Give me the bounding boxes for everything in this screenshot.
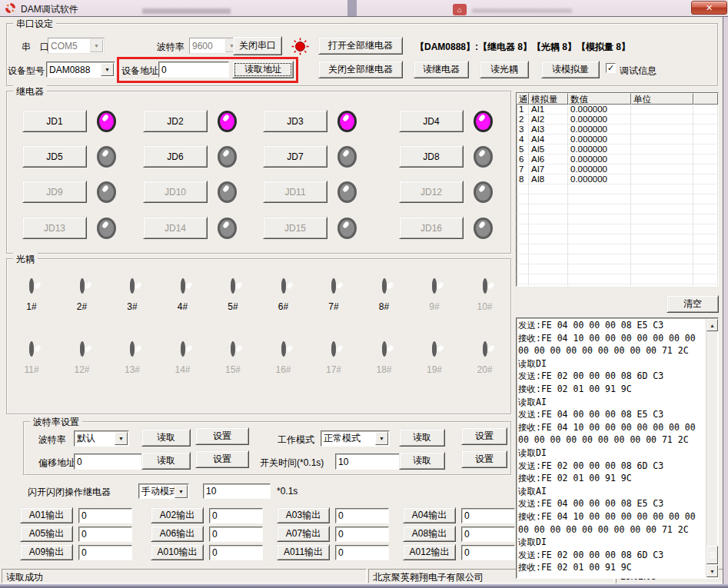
relay-button-jd5[interactable]: JD5 xyxy=(22,145,87,168)
output-cell: A06输出 xyxy=(151,526,263,542)
output-button-A08[interactable]: A08输出 xyxy=(403,526,456,542)
table-row[interactable] xyxy=(517,184,718,194)
output-button-A01[interactable]: A01输出 xyxy=(20,507,73,523)
opto-led-18 xyxy=(382,341,387,357)
table-cell: AI2 xyxy=(529,115,568,125)
switch-time-read-button[interactable]: 读取 xyxy=(399,452,445,470)
output-button-A012[interactable]: A012输出 xyxy=(403,544,456,560)
output-input-A06[interactable] xyxy=(209,527,263,542)
opto-label: 19# xyxy=(414,364,454,375)
output-cell: A09输出 xyxy=(20,544,132,560)
work-mode-select[interactable]: 正常模式 ▼ xyxy=(321,430,390,447)
port-select[interactable]: COM5 ▼ xyxy=(48,38,105,54)
table-cell: 1 xyxy=(517,105,529,115)
close-button[interactable]: ✕ xyxy=(691,1,727,15)
table-row[interactable]: 8AI80.000000 xyxy=(517,174,718,184)
open-all-relays-button[interactable]: 打开全部继电器 xyxy=(318,37,403,55)
close-port-button[interactable]: 关闭串口 xyxy=(233,36,282,55)
scroll-down-icon[interactable]: ▼ xyxy=(706,565,718,577)
table-cell xyxy=(631,194,693,204)
output-button-A05[interactable]: A05输出 xyxy=(20,526,73,542)
relay-button-jd4[interactable]: JD4 xyxy=(399,110,464,132)
switch-time-set-button[interactable]: 设置 xyxy=(461,450,507,468)
table-row[interactable]: 2AI20.000000 xyxy=(517,115,718,125)
table-row[interactable]: 7AI70.000000 xyxy=(517,164,718,174)
table-row[interactable] xyxy=(517,194,718,204)
output-input-A08[interactable] xyxy=(461,527,515,542)
work-mode-set-button[interactable]: 设置 xyxy=(461,427,507,445)
app-window: DAM调试软件 ⌂ ✕ 串口设定 串 口 COM5 ▼ 波特率 9600 ▼ 关… xyxy=(0,0,728,588)
table-row[interactable] xyxy=(517,204,718,214)
comm-log-box[interactable]: 发送:FE 04 00 00 00 08 E5 C3 接收:FE 04 10 0… xyxy=(516,317,719,579)
close-all-relays-button[interactable]: 关闭全部继电器 xyxy=(318,61,403,78)
clear-log-button[interactable]: 清空 xyxy=(667,295,719,313)
debug-info-checkbox[interactable]: ✓ xyxy=(606,63,616,73)
relay-button-jd8[interactable]: JD8 xyxy=(399,145,464,168)
baud-read-button[interactable]: 读取 xyxy=(141,429,191,447)
table-row[interactable] xyxy=(517,214,718,224)
output-input-A03[interactable] xyxy=(335,508,389,523)
relay-button-jd2[interactable]: JD2 xyxy=(143,110,208,132)
table-row[interactable]: 6AI60.000000 xyxy=(517,154,718,164)
scrollbar-thumb[interactable] xyxy=(706,546,718,564)
table-row[interactable] xyxy=(517,244,718,254)
table-cell xyxy=(631,274,693,284)
output-button-A07[interactable]: A07输出 xyxy=(277,526,330,542)
output-button-A03[interactable]: A03输出 xyxy=(277,507,330,523)
read-analog-button[interactable]: 读模拟量 xyxy=(541,61,600,78)
output-button-A06[interactable]: A06输出 xyxy=(151,526,204,542)
output-input-A01[interactable] xyxy=(78,508,132,523)
output-button-A09[interactable]: A09输出 xyxy=(20,544,73,560)
device-model-select[interactable]: DAM0888 ▼ xyxy=(46,61,115,78)
relay-button-jd6[interactable]: JD6 xyxy=(143,145,208,168)
table-row[interactable] xyxy=(517,284,718,287)
table-row[interactable] xyxy=(517,274,718,284)
relay-button-jd1[interactable]: JD1 xyxy=(22,110,87,132)
table-row[interactable]: 5AI50.000000 xyxy=(517,145,718,154)
offset-set-button[interactable]: 设置 xyxy=(195,450,249,468)
table-row[interactable]: 1AI10.000000 xyxy=(517,105,718,115)
offset-read-button[interactable]: 读取 xyxy=(141,452,191,470)
output-input-A05[interactable] xyxy=(78,527,132,542)
relay-led-jd13 xyxy=(97,218,116,239)
opto-led-15 xyxy=(231,341,235,357)
output-button-A010[interactable]: A010输出 xyxy=(151,544,204,560)
output-input-A04[interactable] xyxy=(461,508,515,523)
work-mode-read-button[interactable]: 读取 xyxy=(399,429,445,447)
opto-label: 3# xyxy=(112,301,152,312)
output-input-A07[interactable] xyxy=(335,527,389,542)
relay-cell: JD1 xyxy=(22,110,116,132)
relay-cell: JD10 xyxy=(143,181,237,203)
log-scrollbar[interactable]: ▲ ▼ xyxy=(706,319,717,577)
table-row[interactable] xyxy=(517,234,718,244)
opto-led-14 xyxy=(181,341,185,357)
flash-time-input[interactable] xyxy=(203,483,271,499)
offset-addr-input[interactable] xyxy=(74,453,151,470)
table-row[interactable] xyxy=(517,254,718,264)
table-row[interactable] xyxy=(517,264,718,274)
table-cell xyxy=(693,214,718,224)
switch-time-input[interactable] xyxy=(335,453,404,470)
opto-label: 7# xyxy=(314,301,354,312)
table-row[interactable]: 4AI40.000000 xyxy=(517,135,718,145)
baud-setting-select[interactable]: 默认 ▼ xyxy=(74,430,129,447)
output-input-A02[interactable] xyxy=(209,508,263,523)
relay-button-jd3[interactable]: JD3 xyxy=(263,110,327,132)
output-button-A011[interactable]: A011输出 xyxy=(277,544,330,560)
table-cell xyxy=(517,284,529,287)
table-row[interactable] xyxy=(517,224,718,234)
table-cell: 0.000000 xyxy=(568,164,631,174)
read-relay-button[interactable]: 读继电器 xyxy=(414,61,469,78)
read-opto-button[interactable]: 读光耦 xyxy=(480,61,529,78)
output-button-A04[interactable]: A04输出 xyxy=(403,507,456,523)
output-input-A010[interactable] xyxy=(209,545,263,560)
output-input-A012[interactable] xyxy=(461,545,515,560)
output-button-A02[interactable]: A02输出 xyxy=(151,507,204,523)
flash-mode-select[interactable]: 手动模式 ▼ xyxy=(138,483,189,499)
scroll-up-icon[interactable]: ▲ xyxy=(706,319,718,331)
output-input-A09[interactable] xyxy=(78,545,132,560)
table-row[interactable]: 3AI30.000000 xyxy=(517,125,718,135)
relay-button-jd7[interactable]: JD7 xyxy=(263,145,327,168)
output-input-A011[interactable] xyxy=(335,545,389,560)
baud-set-button[interactable]: 设置 xyxy=(195,427,249,445)
